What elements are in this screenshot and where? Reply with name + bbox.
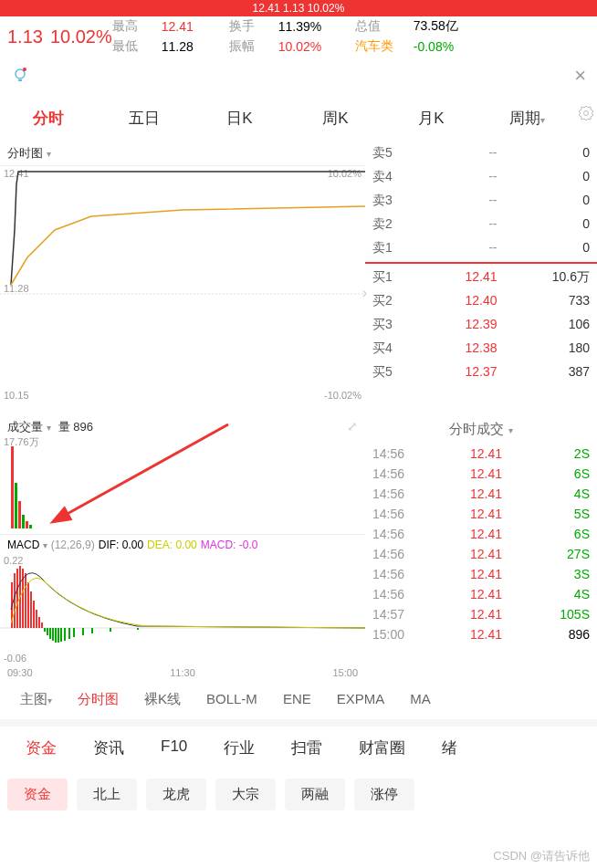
indicator-selector[interactable]: MACD ▾ xyxy=(7,539,47,551)
volume-amount: 量 896 xyxy=(58,419,93,435)
trade-row[interactable]: 14:5612.414S xyxy=(365,584,597,604)
ask-row[interactable]: 卖3--0 xyxy=(365,189,597,213)
price-banner: 12.41 1.13 10.02% xyxy=(0,0,597,16)
orderbook-divider xyxy=(365,262,597,264)
watermark: CSDN @请告诉他 xyxy=(493,848,590,864)
expand-icon[interactable]: ⤢ xyxy=(347,419,358,434)
chip-funds[interactable]: 资金 xyxy=(7,779,68,810)
svg-point-3 xyxy=(584,111,589,116)
chip-block[interactable]: 大宗 xyxy=(215,779,276,810)
value-amplitude: 10.02% xyxy=(278,39,351,54)
chart-type-selector[interactable]: 分时图▾ xyxy=(0,141,365,165)
trade-row[interactable]: 15:0012.41896 xyxy=(365,624,597,644)
tab-main[interactable]: 主图▾ xyxy=(7,691,65,708)
tab-intraday[interactable]: 分时 xyxy=(0,102,96,134)
bottom-nav: 资金 资讯 F10 行业 扫雷 财富圈 绪 xyxy=(0,719,597,769)
label-low: 最低 xyxy=(112,38,158,55)
bid-row[interactable]: 买512.37387 xyxy=(365,361,597,384)
tab-naked-k[interactable]: 裸K线 xyxy=(131,691,194,708)
nav-wealth[interactable]: 财富圈 xyxy=(340,737,424,758)
ask-row[interactable]: 卖1--0 xyxy=(365,236,597,260)
nav-industry[interactable]: 行业 xyxy=(205,737,273,758)
svg-rect-29 xyxy=(55,628,57,643)
volume-chart[interactable]: 成交量 ▾ 量 896 ⤢ 17.76万 xyxy=(0,415,365,534)
label-amplitude: 振幅 xyxy=(229,38,275,55)
svg-rect-33 xyxy=(68,628,70,639)
nav-funds[interactable]: 资金 xyxy=(7,737,75,758)
svg-point-1 xyxy=(23,68,26,71)
chip-dragon[interactable]: 龙虎 xyxy=(146,779,206,810)
svg-rect-38 xyxy=(137,628,139,630)
price-chart[interactable]: 12.41 10.02% 11.28 10.15 -10.02% › xyxy=(0,165,365,403)
macd-dea: DEA: 0.00 xyxy=(147,539,197,551)
trade-row[interactable]: 14:5612.4127S xyxy=(365,544,597,564)
time-mid: 11:30 xyxy=(170,667,195,678)
tab-expma[interactable]: EXPMA xyxy=(324,691,398,708)
trade-row[interactable]: 14:5612.414S xyxy=(365,484,597,504)
svg-rect-5 xyxy=(11,446,14,528)
bid-row[interactable]: 买412.38180 xyxy=(365,337,597,361)
ask-row[interactable]: 卖2--0 xyxy=(365,213,597,236)
bid-row[interactable]: 买212.40733 xyxy=(365,289,597,313)
nav-f10[interactable]: F10 xyxy=(142,737,205,758)
tab-boll[interactable]: BOLL-M xyxy=(194,691,270,708)
trade-row[interactable]: 14:5612.415S xyxy=(365,504,597,524)
tab-weekk[interactable]: 周K xyxy=(288,102,383,134)
svg-rect-18 xyxy=(25,573,26,628)
filter-chips: 资金 北上 龙虎 大宗 两融 涨停 xyxy=(0,769,597,820)
close-icon[interactable]: × xyxy=(574,64,586,88)
value-mktcap: 73.58亿 xyxy=(414,18,477,35)
chip-margin[interactable]: 两融 xyxy=(285,779,345,810)
trades-header[interactable]: 分时成交 ▾ xyxy=(365,415,597,444)
tab-ma[interactable]: MA xyxy=(397,691,444,708)
label-sector: 汽车类 xyxy=(355,38,410,55)
tab-monthk[interactable]: 月K xyxy=(383,102,479,134)
svg-rect-34 xyxy=(73,628,75,637)
volume-selector[interactable]: 成交量 ▾ xyxy=(7,419,51,435)
svg-rect-15 xyxy=(16,569,18,628)
tab-dayk[interactable]: 日K xyxy=(192,102,288,134)
trade-row[interactable]: 14:5712.41105S xyxy=(365,604,597,624)
nav-more[interactable]: 绪 xyxy=(424,737,476,758)
bid-row[interactable]: 买112.4110.6万 xyxy=(365,266,597,289)
ask-row[interactable]: 卖4--0 xyxy=(365,165,597,189)
trade-row[interactable]: 14:5612.416S xyxy=(365,464,597,484)
label-mktcap: 总值 xyxy=(355,18,410,35)
orderbook: 卖5--0 卖4--0 卖3--0 卖2--0 卖1--0 买112.4110.… xyxy=(365,141,597,415)
svg-rect-32 xyxy=(64,628,66,641)
timeframe-tabs: 分时 五日 日K 周K 月K 周期▾ xyxy=(0,95,597,141)
tab-ene[interactable]: ENE xyxy=(270,691,324,708)
gear-icon[interactable] xyxy=(575,102,597,124)
svg-rect-31 xyxy=(60,628,62,642)
value-sector: -0.08% xyxy=(414,39,477,54)
tab-period[interactable]: 周期▾ xyxy=(479,102,575,134)
value-turnover: 11.39% xyxy=(278,19,351,34)
chip-northbound[interactable]: 北上 xyxy=(77,779,137,810)
tab-5day[interactable]: 五日 xyxy=(96,102,192,134)
time-end: 15:00 xyxy=(332,667,358,678)
svg-rect-21 xyxy=(33,601,35,628)
trade-row[interactable]: 14:5612.412S xyxy=(365,444,597,464)
trade-row[interactable]: 14:5612.416S xyxy=(365,524,597,544)
change-value: 1.13 xyxy=(7,26,43,47)
macd-macd: MACD: -0.0 xyxy=(201,539,258,551)
expand-handle-icon[interactable]: › xyxy=(362,285,367,301)
trade-row[interactable]: 14:5612.413S xyxy=(365,564,597,584)
svg-rect-23 xyxy=(38,617,40,628)
svg-rect-27 xyxy=(49,628,51,639)
nav-mine[interactable]: 扫雷 xyxy=(273,737,340,758)
macd-chart[interactable]: MACD ▾ (12,26,9) DIF: 0.00 DEA: 0.00 MAC… xyxy=(0,534,365,680)
svg-rect-22 xyxy=(36,610,37,628)
ask-row[interactable]: 卖5--0 xyxy=(365,141,597,165)
svg-rect-9 xyxy=(26,521,28,528)
svg-rect-24 xyxy=(41,622,43,628)
value-high: 12.41 xyxy=(162,19,225,34)
svg-point-0 xyxy=(16,69,25,78)
label-turnover: 换手 xyxy=(229,18,275,35)
bid-row[interactable]: 买312.39106 xyxy=(365,313,597,337)
macd-params: (12,26,9) xyxy=(51,539,95,551)
tab-intraday-chart[interactable]: 分时图 xyxy=(65,691,131,708)
chip-limitup[interactable]: 涨停 xyxy=(354,779,414,810)
nav-news[interactable]: 资讯 xyxy=(75,737,142,758)
lightbulb-icon[interactable] xyxy=(11,67,29,85)
